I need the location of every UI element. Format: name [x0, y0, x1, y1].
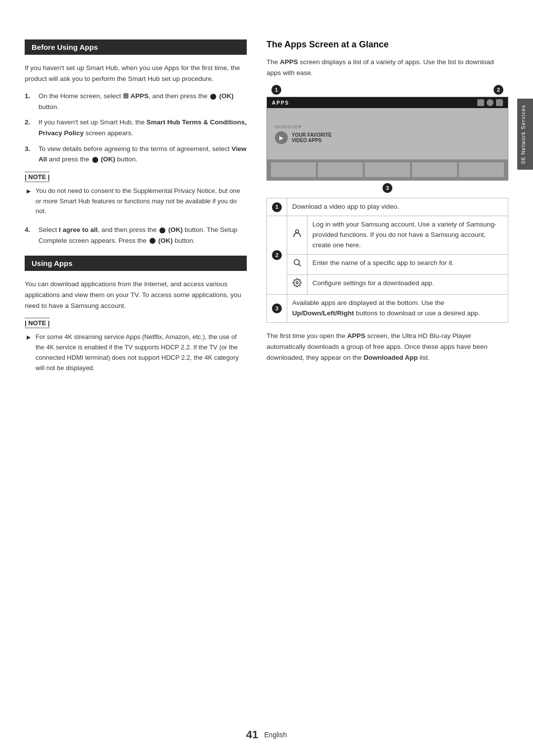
- apps-screen-title: The Apps Screen at a Glance: [266, 39, 508, 50]
- row2-desc: Log in with your Samsung account. Use a …: [307, 216, 508, 255]
- step-3: 3. To view details before agreeing to th…: [25, 144, 247, 165]
- note-item-1: ▶ You do not need to consent to the Supp…: [25, 186, 247, 217]
- apps-screen-intro: The APPS screen displays a list of a var…: [266, 57, 508, 78]
- steps-list-2: 4. Select I agree to all, and then press…: [25, 225, 247, 246]
- table-row-1: 1 Download a video app to play video.: [267, 198, 508, 216]
- feature-table: 1 Download a video app to play video. 2: [266, 198, 508, 323]
- left-column: Before Using Apps If you haven't set up …: [25, 39, 262, 697]
- row1-num: 1: [267, 198, 287, 216]
- row4-gear-icon: [287, 274, 307, 295]
- table-row-4: Configure settings for a downloaded app.: [267, 274, 508, 295]
- step-2: 2. If you haven't set up Smart Hub, the …: [25, 117, 247, 138]
- apps-main-panel: DISCOVER ▶ YOUR FAVORITE VIDEO APPS: [267, 108, 508, 160]
- apps-grid-icon: [477, 99, 484, 106]
- step-1: 1. On the Home screen, select ⊞ APPS, an…: [25, 91, 247, 112]
- table-row-3: Enter the name of a specific app to sear…: [267, 254, 508, 274]
- row5-num: 3: [267, 295, 287, 323]
- row3-search-icon: [287, 254, 307, 274]
- apps-discover-label: DISCOVER: [275, 124, 500, 129]
- note-box-1: | NOTE | ▶ You do not need to consent to…: [25, 172, 247, 217]
- note-label-2: | NOTE |: [25, 318, 50, 328]
- ok-icon-2: [92, 157, 98, 163]
- svg-point-1: [294, 260, 300, 265]
- page-footer: 41 English: [0, 728, 533, 741]
- row2-num: 2: [267, 216, 287, 295]
- label-2: 2: [494, 85, 503, 95]
- apps-screen-diagram: 1 2 APPS: [266, 85, 508, 193]
- right-column: The Apps Screen at a Glance The APPS scr…: [262, 39, 508, 697]
- svg-point-3: [296, 281, 299, 284]
- row4-desc: Configure settings for a downloaded app.: [307, 274, 508, 295]
- app-cell-2: [318, 162, 363, 177]
- step-4: 4. Select I agree to all, and then press…: [25, 225, 247, 246]
- row2-person-icon: [287, 216, 307, 255]
- steps-list: 1. On the Home screen, select ⊞ APPS, an…: [25, 91, 247, 165]
- apps-play-button: ▶: [275, 131, 288, 144]
- row5-desc: Available apps are displayed at the bott…: [287, 295, 508, 323]
- diagram-bottom-label: 3: [266, 183, 508, 193]
- apps-main-area: DISCOVER ▶ YOUR FAVORITE VIDEO APPS: [267, 108, 508, 160]
- apps-fav-text: YOUR FAVORITE VIDEO APPS: [292, 132, 332, 143]
- apps-settings-icon: [496, 99, 503, 106]
- page-number: 41: [246, 728, 258, 741]
- note-item-2: ▶ For some 4K streaming service Apps (Ne…: [25, 332, 247, 373]
- side-tab-label: 06 Network Services: [520, 105, 526, 164]
- apps-header-bar: APPS: [267, 97, 508, 108]
- note-arrow-icon-2: ▶: [27, 333, 34, 342]
- svg-point-0: [296, 229, 299, 233]
- apps-bottom-row: [267, 159, 508, 180]
- app-cell-4: [412, 162, 457, 177]
- ok-icon-3: [159, 227, 165, 233]
- ok-icon-4: [150, 238, 155, 244]
- before-using-apps-intro: If you haven't set up Smart Hub, when yo…: [25, 63, 247, 84]
- main-body: Before Using Apps If you haven't set up …: [0, 20, 533, 726]
- page-language: English: [264, 731, 287, 739]
- using-apps-title: Using Apps: [32, 259, 73, 267]
- apps-label: APPS: [272, 100, 289, 106]
- app-cell-5: [459, 162, 504, 177]
- note-box-2: | NOTE | ▶ For some 4K streaming service…: [25, 318, 247, 373]
- ok-icon: [210, 94, 216, 100]
- side-tab: 06 Network Services: [517, 99, 533, 170]
- page: 06 Network Services Before Using Apps If…: [0, 0, 533, 756]
- row3-desc: Enter the name of a specific app to sear…: [307, 254, 508, 274]
- label-1: 1: [271, 85, 281, 95]
- note-label-1: | NOTE |: [25, 172, 50, 182]
- apps-discover-content: ▶ YOUR FAVORITE VIDEO APPS: [275, 131, 500, 144]
- diagram-top-labels: 1 2: [266, 85, 508, 95]
- app-cell-1: [271, 162, 316, 177]
- table-row-2: 2 Log in with your Samsung account. Use …: [267, 216, 508, 255]
- using-apps-intro: You can download applications from the I…: [25, 279, 247, 311]
- before-using-apps-header: Before Using Apps: [25, 39, 247, 55]
- table-row-5: 3 Available apps are displayed at the bo…: [267, 295, 508, 323]
- footer-text: The first time you open the APPS screen,…: [266, 331, 508, 363]
- note-arrow-icon: ▶: [27, 187, 34, 196]
- apps-search-icon: [487, 99, 494, 106]
- apps-icon-group: [477, 99, 503, 106]
- svg-line-2: [299, 264, 301, 266]
- before-using-apps-title: Before Using Apps: [32, 43, 98, 51]
- row1-desc: Download a video app to play video.: [287, 198, 508, 216]
- app-cell-3: [365, 162, 410, 177]
- using-apps-header: Using Apps: [25, 256, 247, 271]
- apps-mockup: APPS DISCOVER ▶: [266, 97, 508, 181]
